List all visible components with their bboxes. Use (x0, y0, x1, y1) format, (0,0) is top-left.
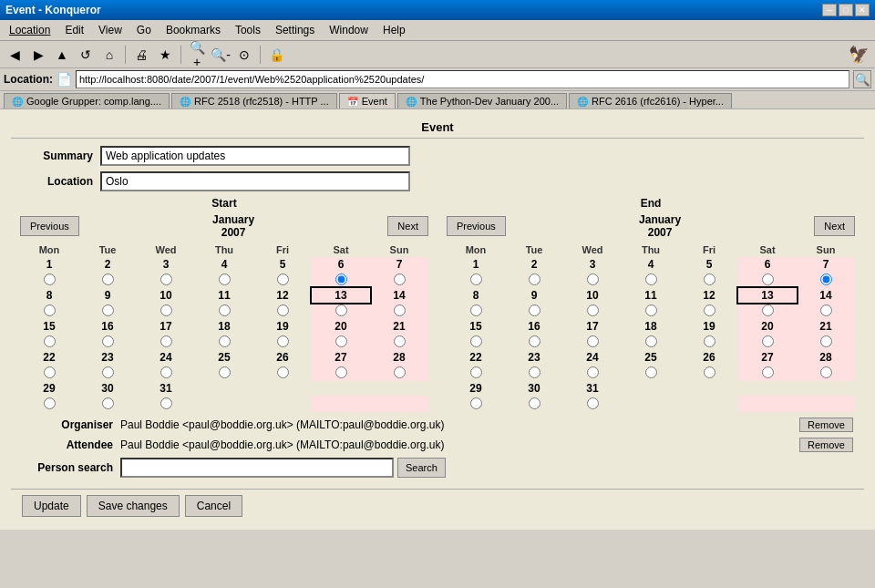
day-radio-22[interactable] (44, 366, 56, 378)
start-prev-button[interactable]: Previous (20, 216, 79, 236)
menu-location[interactable]: Location (4, 22, 56, 38)
day-radio-17[interactable] (587, 335, 599, 347)
security-button[interactable]: 🔒 (265, 44, 287, 66)
tab-google[interactable]: 🌐 Google Grupper: comp.lang.... (4, 93, 170, 108)
end-next-button[interactable]: Next (814, 216, 855, 236)
day-radio-24[interactable] (587, 366, 599, 378)
day-radio-23[interactable] (102, 366, 114, 378)
day-radio-2[interactable] (102, 273, 114, 285)
maximize-button[interactable]: □ (839, 4, 853, 16)
close-button[interactable]: ✕ (855, 4, 870, 16)
day-radio-23[interactable] (529, 366, 540, 378)
day-radio-3[interactable] (160, 273, 172, 285)
cancel-button[interactable]: Cancel (185, 495, 242, 517)
day-radio-1[interactable] (44, 273, 56, 285)
day-radio-24[interactable] (160, 366, 172, 378)
day-radio-14[interactable] (394, 304, 406, 316)
day-radio-20[interactable] (762, 335, 774, 347)
day-radio-10[interactable] (160, 304, 172, 316)
day-radio-25[interactable] (645, 366, 657, 378)
day-radio-19[interactable] (277, 335, 289, 347)
day-radio-9[interactable] (102, 304, 114, 316)
day-radio-13[interactable] (335, 304, 347, 316)
day-radio-28[interactable] (394, 366, 406, 378)
day-radio-26[interactable] (704, 366, 715, 378)
tab-python[interactable]: 🌐 The Python-Dev January 200... (397, 93, 567, 108)
day-radio-26[interactable] (277, 366, 289, 378)
day-radio-27[interactable] (335, 366, 347, 378)
menu-bookmarks[interactable]: Bookmarks (160, 22, 226, 38)
home-button[interactable]: ⌂ (98, 44, 120, 66)
back-button[interactable]: ◀ (4, 44, 26, 66)
day-radio-7[interactable] (820, 273, 832, 285)
save-button[interactable]: Save changes (87, 495, 180, 517)
day-radio-2[interactable] (529, 273, 540, 285)
day-radio-27[interactable] (762, 366, 774, 378)
summary-input[interactable] (100, 146, 410, 166)
attendee-remove-button[interactable]: Remove (799, 438, 853, 452)
day-radio-21[interactable] (394, 335, 406, 347)
tab-event[interactable]: 📅 Event (339, 93, 396, 108)
day-radio-30[interactable] (102, 397, 114, 409)
day-radio-21[interactable] (820, 335, 832, 347)
menu-window[interactable]: Window (324, 22, 374, 38)
day-radio-13[interactable] (762, 304, 774, 316)
day-radio-14[interactable] (820, 304, 832, 316)
day-radio-1[interactable] (470, 273, 482, 285)
reload-button[interactable]: ↺ (75, 44, 97, 66)
url-input[interactable] (76, 70, 849, 88)
day-radio-10[interactable] (587, 304, 599, 316)
menu-tools[interactable]: Tools (230, 22, 266, 38)
location-search-button[interactable]: 🔍 (853, 70, 871, 88)
day-radio-29[interactable] (470, 397, 482, 409)
day-radio-25[interactable] (219, 366, 231, 378)
zoom-reset-button[interactable]: ⊙ (233, 44, 255, 66)
day-radio-22[interactable] (470, 366, 482, 378)
update-button[interactable]: Update (22, 495, 81, 517)
up-button[interactable]: ▲ (51, 44, 73, 66)
day-radio-18[interactable] (219, 335, 231, 347)
day-radio-30[interactable] (529, 397, 540, 409)
day-radio-3[interactable] (587, 273, 599, 285)
day-radio-6[interactable] (335, 273, 347, 285)
day-radio-11[interactable] (219, 304, 231, 316)
day-radio-28[interactable] (820, 366, 832, 378)
start-next-button[interactable]: Next (387, 216, 428, 236)
day-radio-29[interactable] (44, 397, 56, 409)
tab-rfc2616[interactable]: 🌐 RFC 2616 (rfc2616) - Hyper... (569, 93, 732, 108)
day-radio-31[interactable] (587, 397, 599, 409)
day-radio-20[interactable] (335, 335, 347, 347)
day-radio-6[interactable] (762, 273, 774, 285)
forward-button[interactable]: ▶ (27, 44, 49, 66)
location-input[interactable] (100, 171, 410, 191)
day-radio-4[interactable] (219, 273, 231, 285)
organiser-remove-button[interactable]: Remove (799, 418, 853, 432)
day-radio-17[interactable] (160, 335, 172, 347)
day-radio-5[interactable] (277, 273, 289, 285)
person-search-input[interactable] (120, 458, 394, 478)
menu-edit[interactable]: Edit (59, 22, 89, 38)
menu-settings[interactable]: Settings (270, 22, 320, 38)
day-radio-9[interactable] (529, 304, 540, 316)
bookmark-button[interactable]: ★ (154, 44, 176, 66)
day-radio-8[interactable] (470, 304, 482, 316)
print-button[interactable]: 🖨 (130, 44, 152, 66)
day-radio-16[interactable] (102, 335, 114, 347)
menu-view[interactable]: View (93, 22, 128, 38)
minimize-button[interactable]: ─ (822, 4, 837, 16)
day-radio-18[interactable] (645, 335, 657, 347)
day-radio-7[interactable] (394, 273, 406, 285)
day-radio-5[interactable] (704, 273, 715, 285)
day-radio-11[interactable] (645, 304, 657, 316)
zoom-out-button[interactable]: 🔍- (210, 44, 232, 66)
day-radio-15[interactable] (470, 335, 482, 347)
end-prev-button[interactable]: Previous (447, 216, 506, 236)
day-radio-15[interactable] (44, 335, 56, 347)
zoom-in-button[interactable]: 🔍+ (186, 44, 208, 66)
search-button[interactable]: Search (397, 458, 446, 478)
day-radio-16[interactable] (529, 335, 540, 347)
day-radio-19[interactable] (704, 335, 715, 347)
tab-rfc2518[interactable]: 🌐 RFC 2518 (rfc2518) - HTTP ... (171, 93, 337, 108)
day-radio-31[interactable] (160, 397, 172, 409)
menu-go[interactable]: Go (131, 22, 157, 38)
